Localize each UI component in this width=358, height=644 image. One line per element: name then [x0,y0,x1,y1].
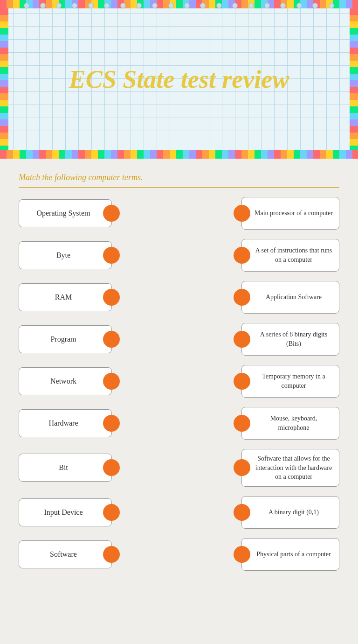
term-connector-dot[interactable] [103,205,120,222]
term-box[interactable]: RAM [19,283,112,311]
hole [248,3,254,8]
term-connector-dot[interactable] [103,415,120,432]
term-connector-dot[interactable] [103,247,120,264]
def-connector-dot[interactable] [234,205,250,222]
hole [312,3,318,8]
hole [104,3,110,8]
match-row[interactable]: Input Device A binary digit (0,1) [19,496,339,529]
term-connector-dot[interactable] [103,504,120,521]
definition-box[interactable]: Temporary memory in a computer [241,365,339,398]
hole [120,3,126,8]
term-box[interactable]: Hardware [19,409,112,437]
term-box[interactable]: Bit [19,454,112,482]
term-label: Bit [26,463,103,472]
definition-label: Physical parts of a computer [250,550,333,559]
hole [200,3,206,8]
match-row[interactable]: Program A series of 8 binary digits (Bit… [19,323,339,356]
term-box[interactable]: Software [19,540,112,568]
term-connector-dot[interactable] [103,289,120,306]
definition-label: A series of 8 binary digits (Bits) [250,330,333,348]
hole [56,3,62,8]
def-connector-dot[interactable] [234,459,250,476]
connector-line [112,381,241,382]
hole [329,3,334,8]
definition-label: Software that allows for the interaction… [250,454,333,482]
header: ECS State test review [0,0,358,159]
def-connector-dot[interactable] [234,331,250,348]
hole [168,3,174,8]
connector-line [112,554,241,555]
hole [40,3,46,8]
term-label: Hardware [26,419,103,427]
term-label: Operating System [26,209,103,217]
hole [216,3,222,8]
connector-line [112,255,241,256]
definition-label: A set of instructions that runs on a com… [250,246,333,264]
page-title: ECS State test review [69,65,289,94]
hole [264,3,270,8]
definition-box[interactable]: Physical parts of a computer [241,538,339,571]
connector-line [112,512,241,513]
term-label: Network [26,377,103,385]
left-color-bar [0,8,8,150]
connector-line [112,297,241,298]
matching-container: Operating System Main processor of a com… [19,197,339,580]
connector-line [112,339,241,340]
def-connector-dot[interactable] [234,247,250,264]
hole [280,3,286,8]
match-row[interactable]: Bit Software that allows for the interac… [19,449,339,487]
hole [136,3,142,8]
definition-label: A binary digit (0,1) [250,508,333,517]
def-connector-dot[interactable] [234,289,250,306]
definition-label: Temporary memory in a computer [250,372,333,390]
definition-label: Application Software [250,293,333,302]
term-box[interactable]: Network [19,367,112,395]
definition-box[interactable]: A set of instructions that runs on a com… [241,239,339,272]
term-box[interactable]: Input Device [19,498,112,526]
def-connector-dot[interactable] [234,373,250,390]
term-connector-dot[interactable] [103,459,120,476]
term-connector-dot[interactable] [103,331,120,348]
match-row[interactable]: Software Physical parts of a computer [19,538,339,571]
connector-line [112,467,241,468]
hole [232,3,238,8]
definition-box[interactable]: A binary digit (0,1) [241,496,339,529]
hole [152,3,158,8]
definition-box[interactable]: Application Software [241,281,339,314]
connector-line [112,213,241,214]
hole [24,3,29,8]
definition-box[interactable]: A series of 8 binary digits (Bits) [241,323,339,356]
term-box[interactable]: Operating System [19,199,112,227]
match-row[interactable]: Network Temporary memory in a computer [19,365,339,398]
term-label: Program [26,335,103,343]
definition-box[interactable]: Mouse, keyboard, microphone [241,407,339,440]
right-color-bar [350,8,358,150]
term-label: Byte [26,251,103,259]
def-connector-dot[interactable] [234,504,250,521]
def-connector-dot[interactable] [234,546,250,563]
instruction-text: Match the following computer terms. [19,173,339,188]
term-box[interactable]: Byte [19,241,112,269]
match-row[interactable]: Hardware Mouse, keyboard, microphone [19,407,339,440]
term-connector-dot[interactable] [103,546,120,563]
holes-top [19,3,339,8]
content-area: Match the following computer terms. Oper… [0,159,358,644]
match-row[interactable]: RAM Application Software [19,281,339,314]
term-label: Input Device [26,508,103,517]
term-connector-dot[interactable] [103,373,120,390]
hole [72,3,77,8]
hole [88,3,94,8]
def-connector-dot[interactable] [234,415,250,432]
match-row[interactable]: Byte A set of instructions that runs on … [19,239,339,272]
hole [296,3,302,8]
hole [184,3,190,8]
definition-label: Main processor of a computer [250,209,333,218]
term-label: RAM [26,293,103,301]
connector-line [112,423,241,424]
definition-label: Mouse, keyboard, microphone [250,414,333,432]
match-row[interactable]: Operating System Main processor of a com… [19,197,339,230]
definition-box[interactable]: Software that allows for the interaction… [241,449,339,487]
term-box[interactable]: Program [19,325,112,353]
term-label: Software [26,550,103,559]
definition-box[interactable]: Main processor of a computer [241,197,339,230]
